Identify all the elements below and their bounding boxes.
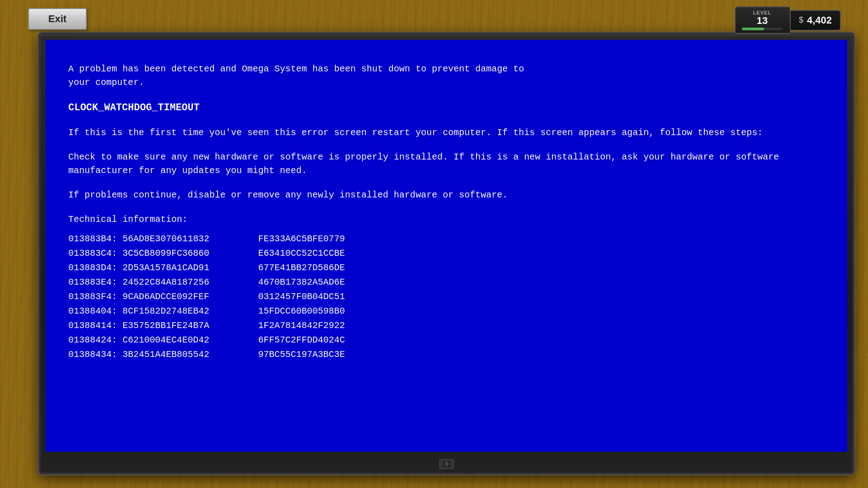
tech-val2: 15FDCC60B00598B0: [258, 304, 345, 319]
tech-addr: 013883F4: 9CAD6ADCCE092FEF: [68, 290, 240, 304]
tech-table: 013883B4: 56AD8E3070611832FE333A6C5BFE07…: [68, 232, 825, 362]
tech-addr: 013883C4: 3C5CB8099FC36860: [68, 246, 240, 261]
tech-val2: FE333A6C5BFE0779: [258, 232, 345, 246]
hud-panel: LEVEL 13 $ 4,402: [735, 6, 841, 34]
tech-val2: 97BC55C197A3BC3E: [258, 347, 345, 362]
bsod-para2: If this is the first time you've seen th…: [68, 126, 825, 140]
level-bar-container: [742, 28, 783, 30]
table-row: 01388414: E35752BB1FE24B7A1F2A7814842F29…: [68, 319, 825, 333]
tech-addr: 01388424: C6210004EC4E0D42: [68, 333, 240, 347]
tech-val2: 677E41BB27D586DE: [258, 261, 345, 275]
tech-val2: E63410CC52C1CCBE: [258, 246, 345, 261]
bsod-para4: If problems continue, disable or remove …: [68, 188, 825, 202]
money-panel: $ 4,402: [790, 10, 841, 31]
tech-info: Technical information: 013883B4: 56AD8E3…: [68, 213, 825, 362]
bsod-line1: A problem has been detected and Omega Sy…: [68, 62, 825, 89]
table-row: 013883B4: 56AD8E3070611832FE333A6C5BFE07…: [68, 232, 825, 246]
level-bar-fill: [742, 28, 764, 30]
monitor-power-icon: [439, 459, 454, 469]
bsod-error-code: CLOCK_WATCHDOG_TIMEOUT: [68, 100, 825, 115]
table-row: 01388434: 3B2451A4EB80554297BC55C197A3BC…: [68, 347, 825, 362]
tech-addr: 013883E4: 24522C84A8187256: [68, 275, 240, 290]
exit-button[interactable]: Exit: [28, 8, 87, 30]
monitor-bottom: [40, 455, 853, 473]
tech-addr: 01388434: 3B2451A4EB805542: [68, 347, 240, 362]
table-row: 013883D4: 2D53A1578A1CAD91677E41BB27D586…: [68, 261, 825, 275]
table-row: 01388424: C6210004EC4E0D426FF57C2FFDD402…: [68, 333, 825, 347]
monitor-screen: A problem has been detected and Omega Sy…: [46, 40, 847, 452]
tech-addr: 013883B4: 56AD8E3070611832: [68, 232, 240, 246]
level-value: 13: [757, 15, 768, 26]
tech-addr: 01388414: E35752BB1FE24B7A: [68, 319, 240, 333]
tech-val2: 4670B17382A5AD6E: [258, 275, 345, 290]
level-panel: LEVEL 13: [735, 6, 790, 34]
table-row: 01388404: 8CF1582D2748EB4215FDCC60B00598…: [68, 304, 825, 319]
money-icon: $: [799, 15, 803, 25]
tech-addr: 01388404: 8CF1582D2748EB42: [68, 304, 240, 319]
bsod-para3: Check to make sure any new hardware or s…: [68, 150, 825, 178]
bsod-content: A problem has been detected and Omega Sy…: [46, 40, 847, 375]
tech-val2: 6FF57C2FFDD4024C: [258, 333, 345, 347]
table-row: 013883E4: 24522C84A81872564670B17382A5AD…: [68, 275, 825, 290]
table-row: 013883F4: 9CAD6ADCCE092FEF0312457F0B04DC…: [68, 290, 825, 304]
table-row: 013883C4: 3C5CB8099FC36860E63410CC52C1CC…: [68, 246, 825, 261]
tech-val2: 1F2A7814842F2922: [258, 319, 345, 333]
tech-title: Technical information:: [68, 213, 825, 226]
tech-val2: 0312457F0B04DC51: [258, 290, 345, 304]
money-value: 4,402: [807, 14, 832, 26]
monitor: A problem has been detected and Omega Sy…: [38, 33, 854, 474]
tech-addr: 013883D4: 2D53A1578A1CAD91: [68, 261, 240, 275]
